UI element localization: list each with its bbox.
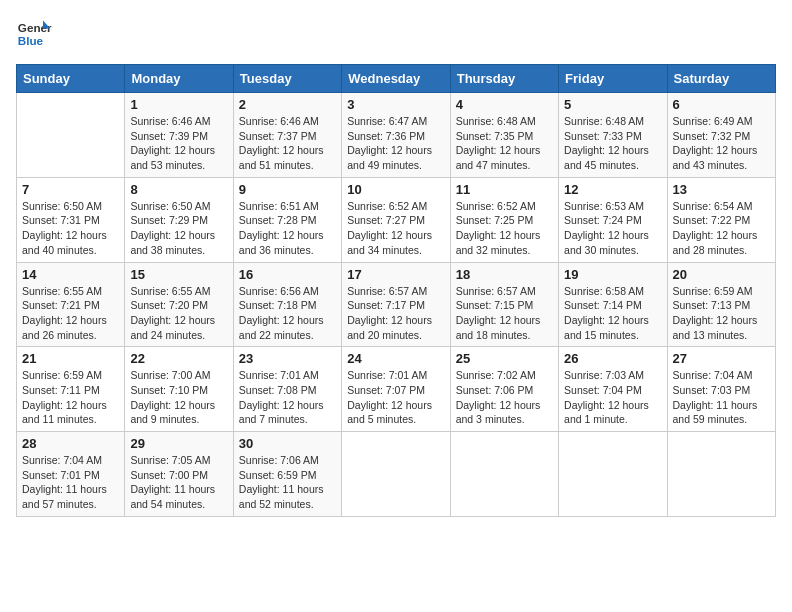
day-info: Sunrise: 6:57 AM Sunset: 7:15 PM Dayligh… — [456, 284, 553, 343]
day-info: Sunrise: 7:04 AM Sunset: 7:03 PM Dayligh… — [673, 368, 770, 427]
day-number: 18 — [456, 267, 553, 282]
logo-icon: General Blue — [16, 16, 52, 52]
column-header-friday: Friday — [559, 65, 667, 93]
column-header-wednesday: Wednesday — [342, 65, 450, 93]
day-number: 17 — [347, 267, 444, 282]
day-cell: 1Sunrise: 6:46 AM Sunset: 7:39 PM Daylig… — [125, 93, 233, 178]
day-cell: 4Sunrise: 6:48 AM Sunset: 7:35 PM Daylig… — [450, 93, 558, 178]
day-info: Sunrise: 6:48 AM Sunset: 7:33 PM Dayligh… — [564, 114, 661, 173]
day-cell: 23Sunrise: 7:01 AM Sunset: 7:08 PM Dayli… — [233, 347, 341, 432]
day-info: Sunrise: 6:55 AM Sunset: 7:20 PM Dayligh… — [130, 284, 227, 343]
day-number: 12 — [564, 182, 661, 197]
day-number: 22 — [130, 351, 227, 366]
column-header-saturday: Saturday — [667, 65, 775, 93]
column-header-sunday: Sunday — [17, 65, 125, 93]
day-cell: 6Sunrise: 6:49 AM Sunset: 7:32 PM Daylig… — [667, 93, 775, 178]
day-info: Sunrise: 6:47 AM Sunset: 7:36 PM Dayligh… — [347, 114, 444, 173]
day-cell — [559, 432, 667, 517]
day-info: Sunrise: 6:54 AM Sunset: 7:22 PM Dayligh… — [673, 199, 770, 258]
day-number: 24 — [347, 351, 444, 366]
day-cell: 28Sunrise: 7:04 AM Sunset: 7:01 PM Dayli… — [17, 432, 125, 517]
week-row-2: 7Sunrise: 6:50 AM Sunset: 7:31 PM Daylig… — [17, 177, 776, 262]
day-number: 28 — [22, 436, 119, 451]
column-header-tuesday: Tuesday — [233, 65, 341, 93]
day-cell: 24Sunrise: 7:01 AM Sunset: 7:07 PM Dayli… — [342, 347, 450, 432]
day-info: Sunrise: 6:50 AM Sunset: 7:29 PM Dayligh… — [130, 199, 227, 258]
day-number: 29 — [130, 436, 227, 451]
day-cell: 19Sunrise: 6:58 AM Sunset: 7:14 PM Dayli… — [559, 262, 667, 347]
day-number: 30 — [239, 436, 336, 451]
day-info: Sunrise: 6:55 AM Sunset: 7:21 PM Dayligh… — [22, 284, 119, 343]
day-info: Sunrise: 7:04 AM Sunset: 7:01 PM Dayligh… — [22, 453, 119, 512]
day-info: Sunrise: 7:05 AM Sunset: 7:00 PM Dayligh… — [130, 453, 227, 512]
day-info: Sunrise: 6:59 AM Sunset: 7:13 PM Dayligh… — [673, 284, 770, 343]
day-info: Sunrise: 7:00 AM Sunset: 7:10 PM Dayligh… — [130, 368, 227, 427]
day-cell: 13Sunrise: 6:54 AM Sunset: 7:22 PM Dayli… — [667, 177, 775, 262]
day-info: Sunrise: 7:03 AM Sunset: 7:04 PM Dayligh… — [564, 368, 661, 427]
day-cell — [342, 432, 450, 517]
day-cell: 10Sunrise: 6:52 AM Sunset: 7:27 PM Dayli… — [342, 177, 450, 262]
day-info: Sunrise: 6:59 AM Sunset: 7:11 PM Dayligh… — [22, 368, 119, 427]
calendar-table: SundayMondayTuesdayWednesdayThursdayFrid… — [16, 64, 776, 517]
day-number: 7 — [22, 182, 119, 197]
day-cell: 9Sunrise: 6:51 AM Sunset: 7:28 PM Daylig… — [233, 177, 341, 262]
day-info: Sunrise: 6:48 AM Sunset: 7:35 PM Dayligh… — [456, 114, 553, 173]
day-number: 25 — [456, 351, 553, 366]
day-number: 16 — [239, 267, 336, 282]
day-cell: 18Sunrise: 6:57 AM Sunset: 7:15 PM Dayli… — [450, 262, 558, 347]
day-number: 15 — [130, 267, 227, 282]
day-cell: 30Sunrise: 7:06 AM Sunset: 6:59 PM Dayli… — [233, 432, 341, 517]
day-info: Sunrise: 6:46 AM Sunset: 7:37 PM Dayligh… — [239, 114, 336, 173]
day-number: 1 — [130, 97, 227, 112]
day-number: 6 — [673, 97, 770, 112]
day-cell: 22Sunrise: 7:00 AM Sunset: 7:10 PM Dayli… — [125, 347, 233, 432]
day-info: Sunrise: 6:50 AM Sunset: 7:31 PM Dayligh… — [22, 199, 119, 258]
week-row-5: 28Sunrise: 7:04 AM Sunset: 7:01 PM Dayli… — [17, 432, 776, 517]
day-number: 21 — [22, 351, 119, 366]
day-cell: 21Sunrise: 6:59 AM Sunset: 7:11 PM Dayli… — [17, 347, 125, 432]
day-info: Sunrise: 6:57 AM Sunset: 7:17 PM Dayligh… — [347, 284, 444, 343]
day-number: 11 — [456, 182, 553, 197]
day-cell: 5Sunrise: 6:48 AM Sunset: 7:33 PM Daylig… — [559, 93, 667, 178]
day-info: Sunrise: 6:56 AM Sunset: 7:18 PM Dayligh… — [239, 284, 336, 343]
day-info: Sunrise: 7:01 AM Sunset: 7:08 PM Dayligh… — [239, 368, 336, 427]
day-info: Sunrise: 6:51 AM Sunset: 7:28 PM Dayligh… — [239, 199, 336, 258]
day-info: Sunrise: 6:49 AM Sunset: 7:32 PM Dayligh… — [673, 114, 770, 173]
day-cell — [667, 432, 775, 517]
day-number: 3 — [347, 97, 444, 112]
day-cell: 11Sunrise: 6:52 AM Sunset: 7:25 PM Dayli… — [450, 177, 558, 262]
day-number: 4 — [456, 97, 553, 112]
day-info: Sunrise: 6:52 AM Sunset: 7:27 PM Dayligh… — [347, 199, 444, 258]
day-info: Sunrise: 6:58 AM Sunset: 7:14 PM Dayligh… — [564, 284, 661, 343]
day-info: Sunrise: 6:46 AM Sunset: 7:39 PM Dayligh… — [130, 114, 227, 173]
day-cell: 8Sunrise: 6:50 AM Sunset: 7:29 PM Daylig… — [125, 177, 233, 262]
day-info: Sunrise: 7:02 AM Sunset: 7:06 PM Dayligh… — [456, 368, 553, 427]
day-number: 23 — [239, 351, 336, 366]
week-row-3: 14Sunrise: 6:55 AM Sunset: 7:21 PM Dayli… — [17, 262, 776, 347]
day-cell: 3Sunrise: 6:47 AM Sunset: 7:36 PM Daylig… — [342, 93, 450, 178]
week-row-1: 1Sunrise: 6:46 AM Sunset: 7:39 PM Daylig… — [17, 93, 776, 178]
day-cell — [17, 93, 125, 178]
day-number: 27 — [673, 351, 770, 366]
column-header-thursday: Thursday — [450, 65, 558, 93]
header-row: SundayMondayTuesdayWednesdayThursdayFrid… — [17, 65, 776, 93]
day-number: 20 — [673, 267, 770, 282]
day-cell: 17Sunrise: 6:57 AM Sunset: 7:17 PM Dayli… — [342, 262, 450, 347]
column-header-monday: Monday — [125, 65, 233, 93]
day-cell: 27Sunrise: 7:04 AM Sunset: 7:03 PM Dayli… — [667, 347, 775, 432]
week-row-4: 21Sunrise: 6:59 AM Sunset: 7:11 PM Dayli… — [17, 347, 776, 432]
day-info: Sunrise: 6:52 AM Sunset: 7:25 PM Dayligh… — [456, 199, 553, 258]
day-number: 13 — [673, 182, 770, 197]
day-cell: 16Sunrise: 6:56 AM Sunset: 7:18 PM Dayli… — [233, 262, 341, 347]
day-cell: 29Sunrise: 7:05 AM Sunset: 7:00 PM Dayli… — [125, 432, 233, 517]
day-number: 14 — [22, 267, 119, 282]
day-cell: 20Sunrise: 6:59 AM Sunset: 7:13 PM Dayli… — [667, 262, 775, 347]
day-cell: 2Sunrise: 6:46 AM Sunset: 7:37 PM Daylig… — [233, 93, 341, 178]
day-number: 19 — [564, 267, 661, 282]
logo: General Blue — [16, 16, 52, 52]
day-number: 2 — [239, 97, 336, 112]
page-header: General Blue — [16, 16, 776, 52]
day-cell: 7Sunrise: 6:50 AM Sunset: 7:31 PM Daylig… — [17, 177, 125, 262]
day-number: 9 — [239, 182, 336, 197]
day-number: 8 — [130, 182, 227, 197]
